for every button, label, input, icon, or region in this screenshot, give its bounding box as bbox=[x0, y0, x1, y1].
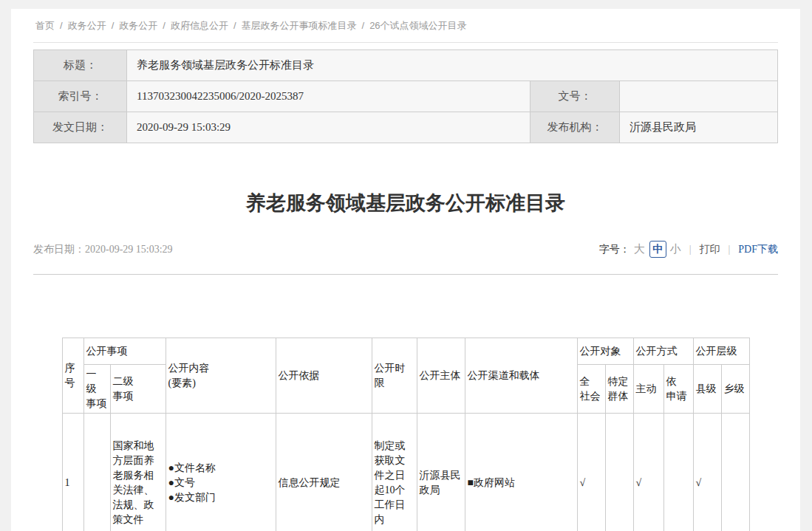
publish-date: 发布日期：2020-09-29 15:03:29 bbox=[33, 243, 173, 256]
header-level-county: 县级 bbox=[693, 365, 721, 414]
pdf-download-link[interactable]: PDF下载 bbox=[738, 243, 778, 256]
meta-date-value: 2020-09-29 15:03:29 bbox=[127, 112, 530, 143]
breadcrumb-separator: / bbox=[163, 20, 166, 31]
breadcrumb-separator: / bbox=[233, 20, 236, 31]
header-level-town: 乡级 bbox=[721, 365, 749, 414]
breadcrumb-item-zwgk-1[interactable]: 政务公开 bbox=[68, 20, 106, 31]
meta-docnum-value bbox=[620, 81, 778, 112]
breadcrumb-separator: / bbox=[112, 20, 115, 31]
header-basis: 公开依据 bbox=[276, 338, 372, 414]
meta-row-title: 标题： 养老服务领域基层政务公开标准目录 bbox=[34, 50, 778, 81]
cell-level2: 国家和地方层面养老服务相关法律、法规、政策文件 bbox=[110, 414, 166, 531]
breadcrumb-separator: / bbox=[60, 20, 63, 31]
header-subject: 公开主体 bbox=[417, 338, 465, 414]
font-size-label: 字号： bbox=[599, 243, 630, 256]
cell-level-county: √ bbox=[693, 414, 721, 531]
meta-index-value: 113703230042235006/2020-2025387 bbox=[127, 81, 530, 112]
toolbar-divider: | bbox=[729, 244, 731, 256]
font-size-medium-button[interactable]: 中 bbox=[649, 241, 666, 258]
header-level1: 一 级 事项 bbox=[83, 365, 110, 414]
cell-content: ●文件名称 ●文号 ●发文部门 bbox=[166, 414, 276, 531]
publish-date-label: 发布日期： bbox=[33, 244, 85, 255]
breadcrumb-item-home[interactable]: 首页 bbox=[35, 20, 55, 31]
print-button[interactable]: 打印 bbox=[700, 243, 720, 256]
header-content: 公开内容 (要素) bbox=[166, 338, 276, 414]
header-level2: 二级 事项 bbox=[110, 365, 166, 414]
meta-index-label: 索引号： bbox=[34, 81, 127, 112]
cell-channel: ■政府网站 bbox=[465, 414, 577, 531]
meta-agency-value: 沂源县民政局 bbox=[620, 112, 778, 143]
document-meta-table: 标题： 养老服务领域基层政务公开标准目录 索引号： 11370323004223… bbox=[33, 49, 778, 143]
breadcrumb: 首页/政务公开/政务公开/政府信息公开/基层政务公开事项标准目录/26个试点领域… bbox=[11, 9, 800, 42]
header-level-group: 公开层级 bbox=[693, 338, 749, 365]
cell-method-request bbox=[663, 414, 693, 531]
breadcrumb-divider bbox=[33, 42, 778, 43]
breadcrumb-item-gov-info[interactable]: 政府信息公开 bbox=[171, 20, 228, 31]
disclosure-catalog-table: 序 号 公开事项 公开内容 (要素) 公开依据 公开时限 公开主体 公开渠道和载… bbox=[62, 338, 750, 531]
header-seq: 序 号 bbox=[62, 338, 83, 414]
meta-date-label: 发文日期： bbox=[34, 112, 127, 143]
article-tools: 字号： 大 中 小 | 打印 | PDF下载 bbox=[599, 241, 778, 258]
toolbar-divider: | bbox=[689, 244, 692, 256]
cell-method-active: √ bbox=[633, 414, 663, 531]
breadcrumb-item-zwgk-2[interactable]: 政务公开 bbox=[119, 20, 157, 31]
header-method-active: 主动 bbox=[633, 365, 663, 414]
cell-time-limit: 制定或获取文件之日起10个工作日内 bbox=[372, 414, 417, 531]
cell-basis: 信息公开规定 bbox=[276, 414, 372, 531]
meta-agency-label: 发布机构： bbox=[530, 112, 620, 143]
header-time-limit: 公开时限 bbox=[372, 338, 417, 414]
table-header-row-1: 序 号 公开事项 公开内容 (要素) 公开依据 公开时限 公开主体 公开渠道和载… bbox=[62, 338, 749, 365]
header-target-all: 全 社会 bbox=[577, 365, 605, 414]
cell-seq: 1 bbox=[62, 414, 83, 531]
font-size-small-button[interactable]: 小 bbox=[670, 242, 681, 256]
font-size-large-button[interactable]: 大 bbox=[634, 242, 645, 256]
article-toolbar-row: 发布日期：2020-09-29 15:03:29 字号： 大 中 小 | 打印 … bbox=[33, 241, 778, 275]
header-method-group: 公开方式 bbox=[633, 338, 693, 365]
publish-date-value: 2020-09-29 15:03:29 bbox=[85, 244, 173, 255]
cell-subject: 沂源县民政局 bbox=[417, 414, 465, 531]
header-method-request: 依 申请 bbox=[663, 365, 693, 414]
meta-row-date: 发文日期： 2020-09-29 15:03:29 发布机构： 沂源县民政局 bbox=[34, 112, 778, 143]
breadcrumb-item-standard-catalog[interactable]: 基层政务公开事项标准目录 bbox=[242, 20, 357, 31]
header-matter-group: 公开事项 bbox=[83, 338, 166, 365]
breadcrumb-item-pilot-catalog: 26个试点领域公开目录 bbox=[369, 20, 466, 31]
meta-row-index: 索引号： 113703230042235006/2020-2025387 文号： bbox=[34, 81, 778, 112]
meta-title-value: 养老服务领域基层政务公开标准目录 bbox=[127, 50, 778, 81]
meta-title-label: 标题： bbox=[34, 50, 127, 81]
header-target-group: 公开对象 bbox=[577, 338, 633, 365]
cell-target-all: √ bbox=[577, 414, 605, 531]
cell-level-town bbox=[721, 414, 749, 531]
breadcrumb-separator: / bbox=[362, 20, 365, 31]
table-row: 1 国家和地方层面养老服务相关法律、法规、政策文件 ●文件名称 ●文号 ●发文部… bbox=[62, 414, 749, 531]
cell-level1 bbox=[83, 414, 110, 531]
page-title: 养老服务领域基层政务公开标准目录 bbox=[11, 189, 800, 217]
header-channel: 公开渠道和载体 bbox=[465, 338, 577, 414]
meta-docnum-label: 文号： bbox=[530, 81, 620, 112]
header-target-specific: 特定 群体 bbox=[605, 365, 633, 414]
cell-target-specific bbox=[605, 414, 633, 531]
content-card: 首页/政务公开/政务公开/政府信息公开/基层政务公开事项标准目录/26个试点领域… bbox=[11, 9, 800, 531]
